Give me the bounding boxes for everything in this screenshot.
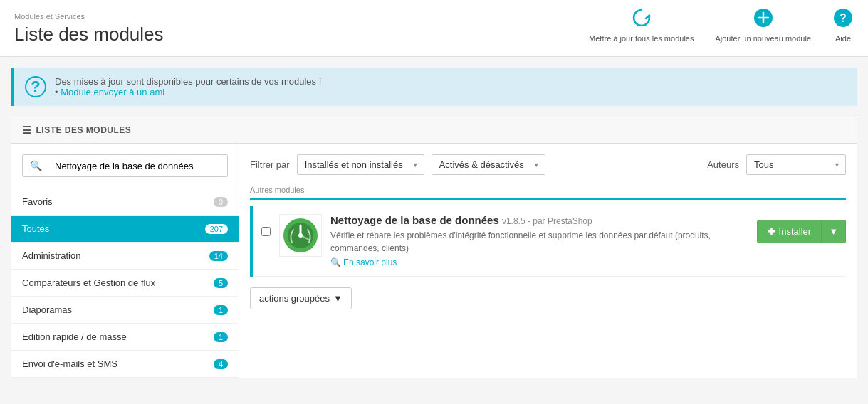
update-icon <box>631 7 652 31</box>
sidebar-item-comparateurs[interactable]: Comparateurs et Gestion de flux 5 <box>11 270 239 297</box>
list-icon: ☰ <box>22 124 32 136</box>
help-label: Aide <box>835 34 851 43</box>
filters-bar: Filtrer par Installés et non installés I… <box>250 154 846 175</box>
sidebar-item-favoris[interactable]: Favoris 0 <box>11 188 239 216</box>
module-info: Nettoyage de la base de données v1.8.5 -… <box>330 214 748 267</box>
modules-panel: ☰ LISTE DES MODULES 🔍 Favoris 0 Toutes 2… <box>11 117 857 378</box>
section-title-text: LISTE DES MODULES <box>36 125 132 135</box>
status-select[interactable]: Activés & désactivés Activés Désactivés <box>432 154 545 175</box>
help-button[interactable]: ? Aide <box>832 7 854 43</box>
page-header: Modules et Services Liste des modules Me… <box>0 0 868 57</box>
sidebar-search: 🔍 <box>11 144 239 188</box>
header-left: Modules et Services Liste des modules <box>14 12 164 46</box>
actions-footer: actions groupées ▼ <box>250 287 846 309</box>
search-icon: 🔍 <box>23 155 49 176</box>
sidebar-item-envoi-emails[interactable]: Envoi d'e-mails et SMS 4 <box>11 351 239 378</box>
install-button[interactable]: ✚ Installer <box>757 220 822 243</box>
module-item: Nettoyage de la base de données v1.8.5 -… <box>253 206 846 277</box>
section-header: ☰ LISTE DES MODULES <box>11 117 857 144</box>
module-name: Nettoyage de la base de données v1.8.5 -… <box>330 214 748 226</box>
search-box: 🔍 <box>22 154 228 177</box>
module-item-row: Nettoyage de la base de données v1.8.5 -… <box>250 206 846 277</box>
search-small-icon: 🔍 <box>330 257 341 267</box>
section-divider <box>250 198 846 200</box>
module-actions: ✚ Installer ▼ <box>757 220 846 243</box>
sidebar: 🔍 Favoris 0 Toutes 207 Administration 14… <box>11 144 239 378</box>
install-select[interactable]: Installés et non installés Installés Non… <box>297 154 424 175</box>
update-banner: ? Des mises à jour sont disponibles pour… <box>11 68 857 106</box>
module-list: Autres modules <box>250 186 846 277</box>
banner-bullet: • <box>55 87 61 97</box>
banner-text: Des mises à jour sont disponibles pour c… <box>55 76 321 97</box>
sidebar-item-administration[interactable]: Administration 14 <box>11 243 239 270</box>
search-input[interactable] <box>49 156 227 176</box>
banner-icon: ? <box>25 76 46 97</box>
header-actions: Mettre à jour tous les modules Ajouter u… <box>589 7 854 46</box>
banner-message: Des mises à jour sont disponibles pour c… <box>55 76 321 87</box>
banner-link[interactable]: Module envoyer à un ami <box>61 87 164 97</box>
svg-point-7 <box>298 233 303 238</box>
module-learn-more[interactable]: 🔍 En savoir plus <box>330 257 397 267</box>
module-icon <box>279 214 322 257</box>
module-checkbox[interactable] <box>261 227 271 236</box>
sidebar-item-diaporamas[interactable]: Diaporamas 1 <box>11 297 239 324</box>
sidebar-item-edition-rapide[interactable]: Edition rapide / de masse 1 <box>11 324 239 351</box>
help-icon: ? <box>832 7 854 31</box>
authors-select[interactable]: Tous PrestaShop Autres <box>746 154 846 175</box>
authors-filter[interactable]: Tous PrestaShop Autres <box>746 154 846 175</box>
sidebar-item-toutes[interactable]: Toutes 207 <box>11 216 239 243</box>
install-filter[interactable]: Installés et non installés Installés Non… <box>297 154 424 175</box>
install-caret-button[interactable]: ▼ <box>822 220 846 243</box>
svg-text:?: ? <box>840 12 847 24</box>
caret-down-icon: ▼ <box>829 226 838 237</box>
page-title: Liste des modules <box>14 23 164 46</box>
authors-label: Auteurs <box>707 159 739 170</box>
breadcrumb: Modules et Services <box>14 12 164 21</box>
update-all-label: Mettre à jour tous les modules <box>589 34 694 43</box>
update-all-button[interactable]: Mettre à jour tous les modules <box>589 7 694 43</box>
filter-by-label: Filtrer par <box>250 159 290 170</box>
install-plus-icon: ✚ <box>768 226 775 237</box>
content-area: 🔍 Favoris 0 Toutes 207 Administration 14… <box>11 144 857 378</box>
main-panel: Filtrer par Installés et non installés I… <box>239 144 857 378</box>
module-description: Vérifie et répare les problèmes d'intégr… <box>330 229 748 255</box>
add-icon <box>753 7 774 31</box>
actions-grouped-button[interactable]: actions groupées ▼ <box>250 287 352 309</box>
add-module-button[interactable]: Ajouter un nouveau module <box>715 7 811 43</box>
module-section-label: Autres modules <box>250 186 846 194</box>
add-module-label: Ajouter un nouveau module <box>715 34 811 43</box>
actions-caret-icon: ▼ <box>333 293 343 304</box>
status-filter[interactable]: Activés & désactivés Activés Désactivés <box>432 154 545 175</box>
